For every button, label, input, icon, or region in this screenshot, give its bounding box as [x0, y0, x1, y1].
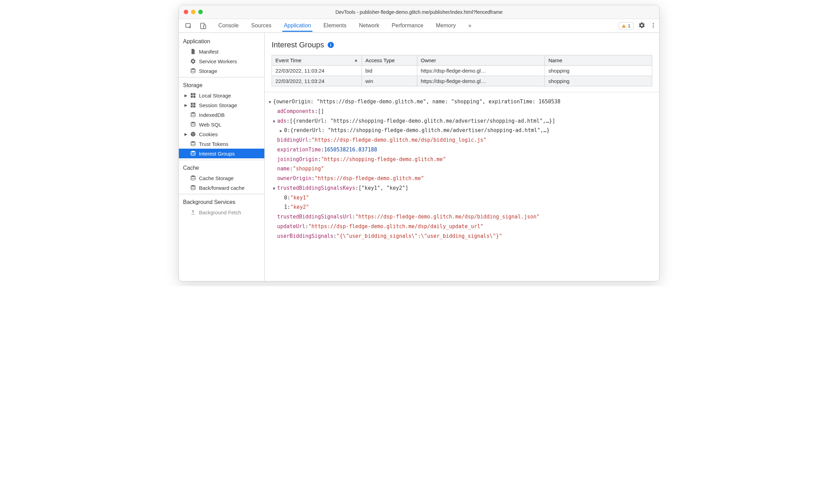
database-icon: [190, 185, 196, 191]
svg-point-7: [191, 112, 195, 114]
sort-asc-icon: ▲: [354, 58, 358, 63]
col-access-type[interactable]: Access Type: [362, 55, 417, 66]
json-prop[interactable]: ▼ ads: [{renderUrl: "https://shopping-fl…: [267, 116, 656, 126]
sidebar-item-service-workers[interactable]: Service Workers: [179, 56, 264, 66]
tab-performance[interactable]: Performance: [390, 20, 425, 32]
svg-point-15: [191, 176, 195, 177]
minimize-icon[interactable]: [191, 10, 195, 14]
sidebar-item-web-sql[interactable]: Web SQL: [179, 120, 264, 129]
sidebar-item-trust-tokens[interactable]: Trust Tokens: [179, 139, 264, 149]
collapse-icon[interactable]: ▼: [272, 118, 276, 125]
sidebar-item-cache-storage[interactable]: Cache Storage: [179, 173, 264, 183]
traffic-lights: [184, 10, 203, 14]
sidebar-item-local-storage[interactable]: ▶ Local Storage: [179, 91, 264, 100]
json-prop[interactable]: 0: "key1": [267, 193, 656, 203]
database-icon: [190, 141, 196, 147]
sidebar-item-indexeddb[interactable]: IndexedDB: [179, 110, 264, 120]
panel-tabs: Console Sources Application Elements Net…: [217, 20, 618, 32]
zoom-icon[interactable]: [198, 10, 203, 14]
json-prop[interactable]: name: "shopping": [267, 164, 656, 174]
tab-memory[interactable]: Memory: [435, 20, 457, 32]
collapse-icon[interactable]: ▼: [267, 99, 272, 106]
upload-icon: [190, 209, 196, 215]
json-prop[interactable]: adComponents: []: [267, 107, 656, 116]
sidebar-item-label: Local Storage: [199, 93, 231, 99]
more-options-icon[interactable]: [650, 22, 656, 29]
info-icon[interactable]: i: [328, 42, 334, 48]
expand-icon[interactable]: ▶: [279, 128, 283, 134]
svg-point-13: [191, 141, 195, 143]
json-prop[interactable]: trustedBiddingSignalsUrl: "https://dsp-f…: [267, 212, 656, 222]
cell-access-type: bid: [362, 66, 417, 76]
section-cache: Cache: [179, 161, 264, 173]
gear-icon: [190, 58, 196, 64]
expand-icon[interactable]: ▶: [184, 93, 188, 98]
col-name[interactable]: Name: [545, 55, 652, 66]
section-storage: Storage: [179, 79, 264, 91]
tab-more[interactable]: »: [467, 20, 473, 32]
json-prop[interactable]: ▶ 0: {renderUrl: "https://shopping-fledg…: [267, 126, 656, 136]
json-prop[interactable]: ▼ trustedBiddingSignalsKeys: ["key1", "k…: [267, 184, 656, 193]
svg-point-12: [192, 134, 193, 135]
sidebar-item-background-fetch[interactable]: Background Fetch: [179, 207, 264, 217]
cookie-icon: [190, 131, 196, 137]
json-prop[interactable]: expirationTime: 1650538216.837188: [267, 145, 656, 155]
json-prop[interactable]: updateUrl: "https://dsp-fledge-demo.glit…: [267, 222, 656, 232]
json-root[interactable]: ▼ {ownerOrigin: "https://dsp-fledge-demo…: [267, 97, 656, 107]
col-event-time[interactable]: Event Time ▲: [272, 55, 362, 66]
section-application: Application: [179, 35, 264, 47]
device-toolbar-icon[interactable]: [196, 20, 210, 31]
json-prop[interactable]: joiningOrigin: "https://shopping-fledge-…: [267, 155, 656, 165]
main-panel: Interest Groups i Event Time ▲ Access Ty…: [265, 33, 659, 281]
sidebar-item-storage-overview[interactable]: Storage: [179, 66, 264, 76]
cell-event-time: 22/03/2022, 11:03:24: [272, 66, 362, 76]
sidebar-item-label: Trust Tokens: [199, 141, 228, 147]
cell-event-time: 22/03/2022, 11:03:24: [272, 76, 362, 86]
grid-icon: [190, 92, 196, 99]
json-prop[interactable]: 1: "key2": [267, 203, 656, 212]
sidebar-item-label: Service Workers: [199, 58, 237, 64]
sidebar-item-interest-groups[interactable]: Interest Groups: [179, 149, 264, 158]
tab-application[interactable]: Application: [282, 20, 312, 32]
issues-badge[interactable]: 1: [619, 22, 634, 29]
svg-point-6: [191, 68, 195, 70]
collapse-icon[interactable]: ▼: [272, 185, 276, 192]
close-icon[interactable]: [184, 10, 188, 14]
main-toolbar: Console Sources Application Elements Net…: [179, 19, 659, 33]
panel-heading: Interest Groups: [272, 40, 324, 49]
cell-owner: https://dsp-fledge-demo.gl…: [417, 76, 545, 86]
svg-point-16: [191, 185, 195, 187]
interest-groups-table: Event Time ▲ Access Type Owner Name 22/0…: [272, 55, 652, 86]
sidebar-item-cookies[interactable]: ▶ Cookies: [179, 129, 264, 139]
sidebar-item-label: Manifest: [199, 49, 219, 55]
json-prop[interactable]: biddingUrl: "https://dsp-fledge-demo.gli…: [267, 136, 656, 145]
expand-icon[interactable]: ▶: [184, 132, 188, 137]
sidebar-item-label: Interest Groups: [199, 151, 235, 157]
json-prop[interactable]: ownerOrigin: "https://dsp-fledge-demo.gl…: [267, 174, 656, 184]
col-owner[interactable]: Owner: [417, 55, 545, 66]
json-summary: {ownerOrigin: "https://dsp-fledge-demo.g…: [273, 97, 561, 107]
sidebar-item-label: Back/forward cache: [199, 185, 245, 191]
expand-icon[interactable]: ▶: [184, 103, 188, 108]
svg-rect-2: [204, 25, 206, 29]
table-row[interactable]: 22/03/2022, 11:03:24 win https://dsp-fle…: [272, 76, 652, 86]
section-background: Background Services: [179, 196, 264, 207]
tab-network[interactable]: Network: [357, 20, 381, 32]
sidebar-item-manifest[interactable]: Manifest: [179, 47, 264, 56]
settings-icon[interactable]: [638, 22, 645, 30]
sidebar-item-session-storage[interactable]: ▶ Session Storage: [179, 100, 264, 110]
sidebar-item-label: Cookies: [199, 131, 218, 137]
svg-point-9: [191, 132, 195, 137]
tab-sources[interactable]: Sources: [250, 20, 273, 32]
tab-elements[interactable]: Elements: [322, 20, 348, 32]
cell-owner: https://dsp-fledge-demo.gl…: [417, 66, 545, 76]
json-prop[interactable]: userBiddingSignals: "{\"user_bidding_sig…: [267, 232, 656, 241]
database-icon: [190, 150, 196, 157]
svg-point-14: [191, 151, 195, 153]
inspect-element-icon[interactable]: [182, 20, 195, 31]
table-row[interactable]: 22/03/2022, 11:03:24 bid https://dsp-fle…: [272, 66, 652, 76]
svg-point-5: [653, 27, 654, 28]
tab-console[interactable]: Console: [217, 20, 240, 32]
database-icon: [190, 121, 196, 128]
sidebar-item-bf-cache[interactable]: Back/forward cache: [179, 183, 264, 193]
